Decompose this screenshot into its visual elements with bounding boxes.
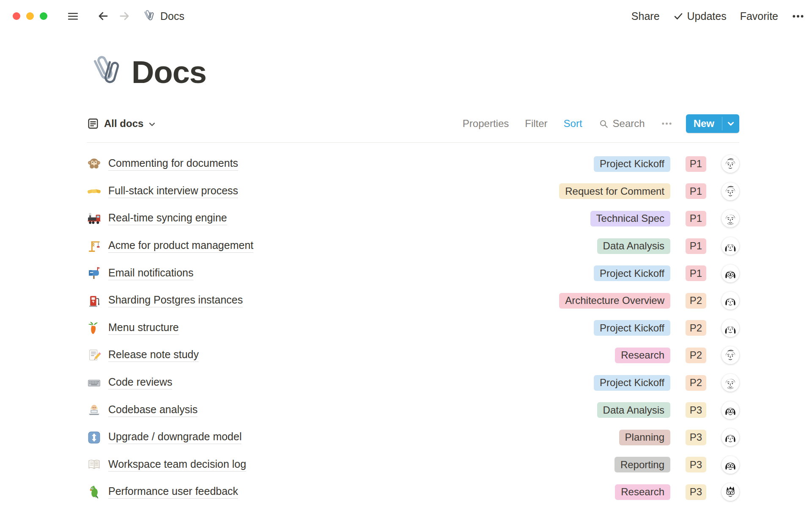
zoom-window-button[interactable] [40,12,47,20]
list-more-options-icon[interactable] [661,121,672,126]
assignee-avatar[interactable] [721,292,739,309]
doc-title-link[interactable]: Menu structure [108,321,179,335]
priority-badge[interactable]: P3 [686,430,706,445]
doc-type-tag[interactable]: Project Kickoff [594,375,670,391]
doc-paperclip-icon [142,9,155,23]
view-selector[interactable]: All docs [87,117,156,130]
assignee-avatar[interactable] [721,155,739,173]
priority-badge[interactable]: P3 [686,457,706,472]
doc-title-link[interactable]: Email notifications [108,267,193,280]
doc-type-tag[interactable]: Request for Comment [559,183,670,199]
priority-badge[interactable]: P1 [686,238,706,254]
doc-row: Real-time syncing engineTechnical SpecP1 [87,205,739,232]
doc-row: Workspace team decision logReportingP3 [87,451,739,479]
priority-badge[interactable]: P1 [686,265,706,281]
assignee-avatar[interactable] [721,401,739,419]
doc-row: Menu structureProject KickoffP2 [87,315,739,342]
up-down-button-icon [87,430,101,444]
assignee-avatar[interactable] [721,265,739,282]
linked-paperclips-icon [87,52,123,91]
sidebar-toggle-icon[interactable] [67,10,79,22]
assignee-avatar[interactable] [721,210,739,227]
list-toolbar: All docs Properties Filter Sort Search N… [87,113,739,134]
filter-button[interactable]: Filter [525,118,547,130]
more-options-icon[interactable] [792,14,804,19]
doc-title-link[interactable]: Performance user feedback [108,485,238,499]
assignee-avatar[interactable] [721,483,739,501]
doc-title-link[interactable]: Sharding Postgres instances [108,294,243,307]
traffic-lights [13,12,47,20]
doc-type-tag[interactable]: Data Analysis [597,238,670,254]
keyboard-icon [87,375,101,390]
doc-row: Release note studyResearchP2 [87,342,739,369]
priority-badge[interactable]: P1 [686,183,706,199]
priority-badge[interactable]: P2 [686,348,706,363]
new-doc-split-button[interactable]: New [686,114,739,133]
assignee-avatar[interactable] [721,182,739,200]
assignee-avatar[interactable] [721,456,739,474]
forward-arrow-icon[interactable] [118,10,131,22]
technologist-icon [87,403,101,417]
priority-badge[interactable]: P1 [686,156,706,172]
page-header: Docs [87,52,739,91]
priority-badge[interactable]: P2 [686,293,706,309]
doc-title-link[interactable]: Commenting for documents [108,157,238,171]
doc-type-tag[interactable]: Research [615,348,670,363]
priority-badge[interactable]: P1 [686,211,706,226]
doc-row: Code reviewsProject KickoffP2 [87,369,739,397]
search-button[interactable]: Search [598,118,645,130]
speak-no-evil-monkey-icon [87,157,101,171]
doc-title-link[interactable]: Release note study [108,348,199,362]
window-titlebar: Docs Share Updates Favorite [0,0,812,32]
handshake-icon [87,184,101,199]
doc-type-tag[interactable]: Technical Spec [590,211,670,226]
memo-icon [87,348,101,362]
new-doc-dropdown-chevron-icon[interactable] [722,114,739,133]
doc-row: Full-stack interview processRequest for … [87,178,739,205]
doc-type-tag[interactable]: Research [615,484,670,500]
doc-title-link[interactable]: Full-stack interview process [108,185,238,198]
doc-title-link[interactable]: Upgrade / downgrade model [108,431,241,444]
share-button[interactable]: Share [631,10,660,22]
priority-badge[interactable]: P3 [686,402,706,418]
close-window-button[interactable] [13,12,20,20]
priority-badge[interactable]: P2 [686,375,706,391]
doc-title-link[interactable]: Acme for product management [108,239,253,253]
doc-type-tag[interactable]: Project Kickoff [594,265,670,281]
search-icon [598,119,609,129]
fuel-pump-icon [87,293,101,308]
assignee-avatar[interactable] [721,374,739,392]
doc-title-link[interactable]: Codebase analysis [108,403,198,417]
doc-title-link[interactable]: Workspace team decision log [108,458,246,472]
minimize-window-button[interactable] [26,12,34,20]
doc-type-tag[interactable]: Planning [619,430,670,445]
doc-type-tag[interactable]: Project Kickoff [594,320,670,336]
new-doc-button[interactable]: New [686,114,722,133]
priority-badge[interactable]: P2 [686,320,706,336]
doc-row: Performance user feedbackResearchP3 [87,478,739,506]
doc-type-tag[interactable]: Data Analysis [597,402,670,418]
doc-row: Upgrade / downgrade modelPlanningP3 [87,424,739,451]
doc-title-link[interactable]: Real-time syncing engine [108,212,227,225]
doc-row: Codebase analysisData AnalysisP3 [87,396,739,424]
window-title: Docs [160,10,184,22]
doc-type-tag[interactable]: Reporting [614,457,670,472]
assignee-avatar[interactable] [721,237,739,255]
doc-type-tag[interactable]: Architecture Overview [559,293,670,309]
sort-button[interactable]: Sort [564,118,582,130]
priority-badge[interactable]: P3 [686,484,706,500]
assignee-avatar[interactable] [721,428,739,446]
updates-button[interactable]: Updates [673,10,727,22]
back-arrow-icon[interactable] [97,10,110,22]
properties-button[interactable]: Properties [463,118,509,130]
locomotive-icon [87,211,101,226]
doc-title-link[interactable]: Code reviews [108,376,172,389]
favorite-button[interactable]: Favorite [740,10,778,22]
assignee-avatar[interactable] [721,346,739,364]
building-crane-icon [87,239,101,253]
mailbox-icon [87,266,101,281]
doc-type-tag[interactable]: Project Kickoff [594,156,670,172]
page-title: Docs [132,54,206,90]
assignee-avatar[interactable] [721,319,739,337]
check-icon [673,11,683,21]
